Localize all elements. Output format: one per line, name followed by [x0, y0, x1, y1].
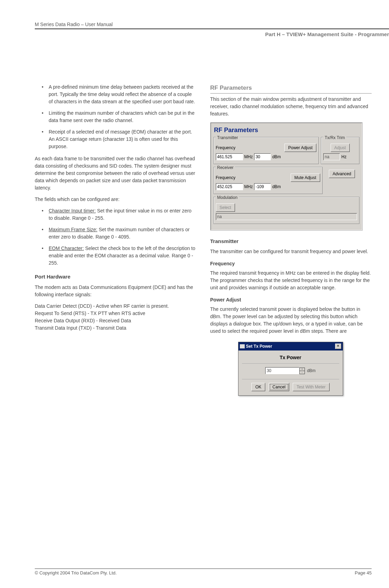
rf-parameters-heading: RF Parameters — [210, 83, 372, 94]
tx-power-value-input[interactable]: 30 — [265, 367, 299, 374]
dialog-icon — [240, 344, 245, 348]
list-item: EOM Character: Select the check box to t… — [42, 245, 196, 267]
section-label: Part H – TVIEW+ Management Suite - Progr… — [265, 31, 389, 37]
unit-label: dBm — [272, 184, 281, 190]
group-legend: Modulation — [216, 194, 239, 201]
txrx-trim-group: Tx/Rx Trim Adjust na Hz — [321, 137, 359, 164]
advanced-button[interactable]: Advanced — [329, 170, 355, 178]
left-column: A pre-defined minimum time delay between… — [35, 83, 196, 396]
close-icon[interactable]: × — [335, 344, 341, 349]
frequency-label: Frequency — [216, 145, 236, 151]
transmitter-heading: Transmitter — [210, 237, 372, 245]
power-adjust-button[interactable]: Power Adjust — [284, 144, 316, 152]
paragraph: The modem acts as Data Communications Eq… — [35, 284, 196, 298]
running-header: M Series Data Radio – User Manual — [35, 22, 113, 27]
trim-adjust-button[interactable]: Adjust — [331, 144, 350, 152]
page-number: Page 45 — [355, 570, 372, 575]
list-item: Receipt of a selected end of message (EO… — [42, 128, 196, 150]
unit-label: dBm — [307, 368, 316, 374]
paragraph: The required transmit frequency in MHz c… — [210, 269, 372, 291]
unit-label: dBm — [272, 154, 281, 160]
rx-frequency-input[interactable]: 452.025 — [216, 183, 243, 190]
intro-bullet-list: A pre-defined minimum time delay between… — [35, 83, 196, 150]
list-item: Limiting the maximum number of character… — [42, 110, 196, 124]
port-hardware-heading: Port Hardware — [35, 273, 196, 281]
paragraph: The fields which can be configured are: — [35, 196, 196, 203]
paragraph: As each data frame to be transmitted ove… — [35, 155, 196, 192]
group-legend: Tx/Rx Trim — [323, 135, 346, 141]
list-item: Character Input timer: Set the input tim… — [42, 207, 196, 222]
group-legend: Transmitter — [216, 135, 240, 141]
definition-list: Character Input timer: Set the input tim… — [35, 207, 196, 267]
list-item: Maximum Frame Size: Set the maximum numb… — [42, 226, 196, 241]
dialog-title: Set Tx Power — [246, 343, 272, 349]
unit-label: MHz — [244, 184, 253, 190]
right-column: RF Parameters This section of the main w… — [210, 83, 372, 396]
paragraph: This section of the main window permits … — [210, 96, 372, 118]
signal-line: Data Carrier Detect (DCD) - Active when … — [35, 303, 196, 310]
list-item: A pre-defined minimum time delay between… — [42, 83, 196, 105]
modulation-value: na — [216, 213, 357, 220]
cancel-button[interactable]: Cancel — [269, 383, 289, 391]
modulation-group: Modulation Select na — [213, 197, 359, 224]
signal-line: Transmit Data Input (TXD) - Transmit Dat… — [35, 324, 196, 332]
panel-title: RF Parameters — [214, 126, 359, 135]
page-footer: © Copyright 2004 Trio DataCom Pty. Ltd. … — [35, 569, 372, 575]
tx-power-input[interactable]: 30 — [254, 153, 271, 160]
mute-adjust-button[interactable]: Mute Adjust — [291, 174, 320, 182]
term: EOM Character: — [49, 245, 84, 251]
spinner-control[interactable]: + - — [299, 368, 305, 374]
tx-frequency-input[interactable]: 461.525 — [216, 153, 243, 160]
trim-value-input: na — [323, 153, 340, 160]
paragraph: The transmitter can be configured for tr… — [210, 248, 372, 255]
receiver-group: Receiver Frequency Mute Adjust 452.025 M… — [213, 167, 323, 194]
unit-label: MHz — [244, 154, 253, 160]
term: Character Input timer: — [49, 208, 96, 214]
dialog-titlebar[interactable]: Set Tx Power × — [238, 342, 343, 351]
rx-mute-input[interactable]: -109 — [254, 183, 271, 190]
ok-button[interactable]: OK — [251, 383, 265, 391]
group-legend: Receiver — [216, 164, 235, 171]
copyright-text: © Copyright 2004 Trio DataCom Pty. Ltd. — [35, 570, 117, 575]
dialog-body-heading: Tx Power — [242, 354, 339, 364]
frequency-label: Frequency — [216, 175, 236, 181]
signal-line: Receive Data Output (RXD) - Received Dat… — [35, 317, 196, 324]
transmitter-group: Transmitter Frequency Power Adjust 461.5… — [213, 137, 319, 164]
signal-line: Request To Send (RTS) - TX PTT when RTS … — [35, 310, 196, 317]
paragraph: The currently selected transmit power is… — [210, 306, 372, 335]
term: Maximum Frame Size: — [49, 227, 97, 232]
rf-parameters-panel: RF Parameters Transmitter Frequency Powe… — [210, 122, 363, 231]
spinner-down-icon[interactable]: - — [300, 371, 305, 374]
modulation-select-button[interactable]: Select — [216, 203, 235, 212]
frequency-subheading: Frequency — [210, 260, 372, 267]
set-tx-power-dialog: Set Tx Power × Tx Power 30 + - dBm OK — [238, 342, 343, 396]
test-with-meter-button[interactable]: Test With Meter — [293, 383, 329, 391]
unit-label: Hz — [341, 154, 347, 160]
power-adjust-subheading: Power Adjust — [210, 296, 372, 304]
header-rule — [35, 29, 389, 29]
